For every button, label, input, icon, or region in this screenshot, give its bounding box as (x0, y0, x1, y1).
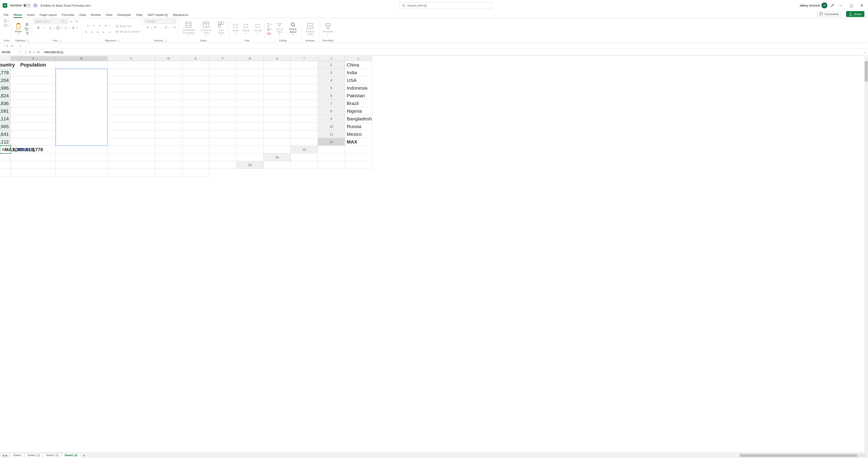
cell-C11[interactable] (11, 138, 56, 146)
tab-review[interactable]: Review (91, 13, 101, 18)
delete-cells-button[interactable]: Delete▾ (241, 23, 251, 35)
cell-G9[interactable] (209, 123, 237, 130)
tab-sp-capital-iq[interactable]: S&P Capital IQ (147, 13, 168, 18)
decrease-decimal-icon[interactable]: ←.0 (170, 25, 176, 30)
cell-C7[interactable] (11, 107, 56, 115)
cell-H13[interactable] (182, 153, 209, 161)
sort-filter-button[interactable]: Sort & Filter▾ (274, 22, 285, 36)
file-name[interactable]: Exhibits for Basic Excel Formulas.xlsx (41, 4, 90, 7)
cell-F10[interactable] (182, 130, 209, 138)
column-header-H[interactable]: H (264, 56, 291, 61)
cell-G13[interactable] (155, 153, 182, 161)
autosum-icon[interactable]: ∑ (267, 22, 270, 27)
cell-J10[interactable] (291, 130, 318, 138)
tab-formulas[interactable]: Formulas (62, 13, 74, 18)
cell-A9[interactable]: Bangladesh (345, 115, 372, 123)
cell-H4[interactable] (237, 84, 264, 92)
cell-E9[interactable] (155, 123, 182, 130)
cell-H14[interactable] (155, 161, 182, 169)
cell-E12[interactable] (107, 146, 155, 153)
cell-D15[interactable] (345, 161, 372, 169)
cell-B5[interactable]: 264,935,824 (0, 92, 11, 99)
customize-qat-icon[interactable]: ⇩ (18, 44, 23, 49)
insert-cells-button[interactable]: Insert▾ (231, 23, 240, 35)
toggle-switch[interactable]: Off (23, 4, 31, 7)
tab-data[interactable]: Data (79, 13, 86, 18)
cell-G5[interactable] (209, 92, 237, 99)
row-header-7[interactable]: 7 (318, 99, 345, 107)
cell-G1[interactable] (209, 61, 237, 69)
cell-F11[interactable] (182, 138, 209, 146)
cell-C5[interactable] (11, 92, 56, 99)
sheet-tab-sheet1-2-[interactable]: Sheet1 (2) (24, 453, 43, 458)
cell-E4[interactable] (155, 84, 182, 92)
chevron-down-icon[interactable]: ▾ (54, 27, 55, 29)
cell-H3[interactable] (237, 77, 264, 84)
column-header-A[interactable]: A (11, 56, 56, 61)
cell-B13[interactable] (345, 146, 372, 153)
chevron-down-icon[interactable]: ▾ (76, 27, 78, 29)
ribbon-collapse-icon[interactable]: ⌄ (864, 39, 866, 41)
cell-C8[interactable] (11, 115, 56, 123)
cell-H7[interactable] (237, 107, 264, 115)
expand-formula-bar-icon[interactable]: ⌄ (861, 51, 868, 54)
dialog-launcher-icon[interactable] (59, 39, 61, 41)
cell-E1[interactable] (155, 61, 182, 69)
cell-C12[interactable]: 1,389,618,778 (11, 146, 56, 153)
cell-J3[interactable] (291, 77, 318, 84)
row-header-12[interactable]: 12 (318, 138, 345, 146)
cell-C15[interactable] (318, 161, 345, 169)
name-box[interactable]: MODE ▾ (0, 49, 22, 55)
select-all-corner[interactable] (0, 56, 11, 61)
cell-I6[interactable] (264, 99, 291, 107)
tab-file[interactable]: File (4, 13, 8, 18)
cell-E15[interactable] (0, 169, 11, 176)
cell-D8[interactable] (107, 115, 155, 123)
spreadsheet-grid[interactable]: ABCDEFGHIJ1CountryPopulation2China1,389,… (0, 56, 868, 453)
minimize-button[interactable]: ─ (837, 2, 844, 9)
vertical-scrollbar[interactable] (864, 56, 868, 453)
chevron-down-icon[interactable]: ▾ (69, 27, 70, 29)
cell-J9[interactable] (291, 123, 318, 130)
formula-input[interactable]: =MAX(B2:B11) (42, 51, 861, 54)
cell-B10[interactable]: 141,944,641 (0, 130, 11, 138)
column-header-J[interactable]: J (318, 56, 345, 61)
cell-D7[interactable] (107, 107, 155, 115)
cell-F15[interactable] (11, 169, 56, 176)
cell-B1[interactable]: Population (11, 61, 56, 69)
cell-J7[interactable] (291, 107, 318, 115)
cell-G7[interactable] (209, 107, 237, 115)
bold-button[interactable]: B (36, 25, 41, 30)
account-button[interactable]: Jeffrey Schmidt JS (800, 2, 827, 8)
cell-F9[interactable] (182, 123, 209, 130)
cell-G10[interactable] (209, 130, 237, 138)
cell-E3[interactable] (155, 77, 182, 84)
cell-D6[interactable] (107, 99, 155, 107)
font-name-select[interactable]: Open Sans▾ (34, 19, 59, 24)
row-header-5[interactable]: 5 (318, 84, 345, 92)
eyedropper-icon[interactable] (831, 4, 834, 7)
sensitivity-button[interactable]: Sensitivity▾ (321, 22, 335, 36)
cell-F4[interactable] (182, 84, 209, 92)
cell-C1[interactable] (56, 61, 107, 69)
cell-styles-button[interactable]: Cell Styles▾ (215, 21, 227, 37)
align-right-icon[interactable]: ≡ (95, 30, 100, 35)
cut-icon[interactable] (26, 23, 29, 26)
clear-icon[interactable] (267, 32, 270, 35)
cell-H2[interactable] (237, 69, 264, 77)
cell-A5[interactable]: Indonesia (345, 84, 372, 92)
cell-C9[interactable] (11, 123, 56, 130)
cell-C14[interactable] (345, 153, 372, 161)
cell-B6[interactable]: 210,797,836 (0, 99, 11, 107)
cell-G8[interactable] (209, 115, 237, 123)
cell-B8[interactable]: 208,679,114 (0, 115, 11, 123)
chevron-down-icon[interactable]: ▾ (19, 51, 20, 53)
cell-G11[interactable] (209, 138, 237, 146)
cell-D10[interactable] (107, 130, 155, 138)
cell-I5[interactable] (264, 92, 291, 99)
cell-J15[interactable] (182, 169, 209, 176)
cell-B12[interactable]: =MAX(B2:B11) (0, 146, 11, 153)
cell-G14[interactable] (107, 161, 155, 169)
decrease-font-icon[interactable]: A↓ (74, 19, 80, 24)
cell-A10[interactable]: Russia (345, 123, 372, 130)
